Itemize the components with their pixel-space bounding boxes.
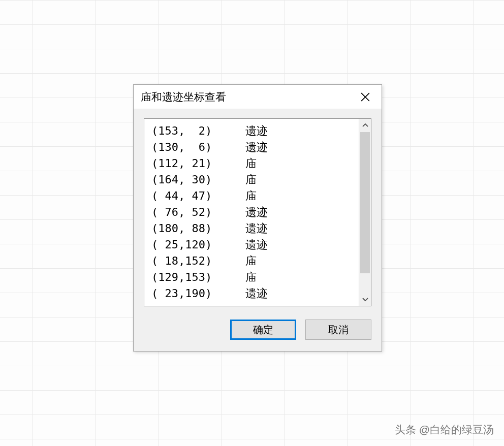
list-item[interactable]: ( 18,152) 庙 [151, 253, 356, 269]
chevron-down-icon [362, 296, 368, 302]
list-item[interactable]: ( 25,120) 遗迹 [151, 237, 356, 253]
list-item[interactable]: (130, 6) 遗迹 [151, 139, 356, 155]
list-item[interactable]: ( 44, 47) 庙 [151, 188, 356, 204]
scroll-thumb[interactable] [360, 132, 370, 273]
close-button[interactable] [354, 88, 376, 106]
dialog-button-row: 确定 取消 [134, 315, 382, 351]
list-content: (153, 2) 遗迹(130, 6) 遗迹(112, 21) 庙(164, 3… [144, 119, 359, 306]
dialog-titlebar[interactable]: 庙和遗迹坐标查看 [134, 85, 382, 109]
list-item[interactable]: (164, 30) 庙 [151, 172, 356, 188]
scroll-down-button[interactable] [359, 293, 371, 306]
chevron-up-icon [362, 122, 368, 129]
coordinates-listbox[interactable]: (153, 2) 遗迹(130, 6) 遗迹(112, 21) 庙(164, 3… [144, 118, 371, 306]
close-icon [361, 92, 370, 102]
dialog-content: (153, 2) 遗迹(130, 6) 遗迹(112, 21) 庙(164, 3… [134, 109, 382, 315]
scroll-track[interactable] [359, 132, 371, 293]
list-item[interactable]: (180, 88) 遗迹 [151, 220, 356, 237]
cancel-button[interactable]: 取消 [305, 320, 371, 340]
ok-button[interactable]: 确定 [230, 320, 296, 340]
coordinates-dialog: 庙和遗迹坐标查看 (153, 2) 遗迹(130, 6) 遗迹(112, 21)… [133, 84, 382, 352]
scroll-up-button[interactable] [359, 119, 371, 132]
list-item[interactable]: (112, 21) 庙 [151, 155, 356, 172]
watermark-text: 头条 @白给的绿豆汤 [395, 423, 494, 437]
dialog-title: 庙和遗迹坐标查看 [141, 90, 226, 104]
list-item[interactable]: (153, 2) 遗迹 [151, 123, 356, 139]
list-item[interactable]: (129,153) 庙 [151, 269, 356, 285]
list-item[interactable]: ( 23,190) 遗迹 [151, 285, 356, 302]
listbox-scrollbar[interactable] [359, 119, 371, 306]
list-item[interactable]: ( 76, 52) 遗迹 [151, 204, 356, 220]
